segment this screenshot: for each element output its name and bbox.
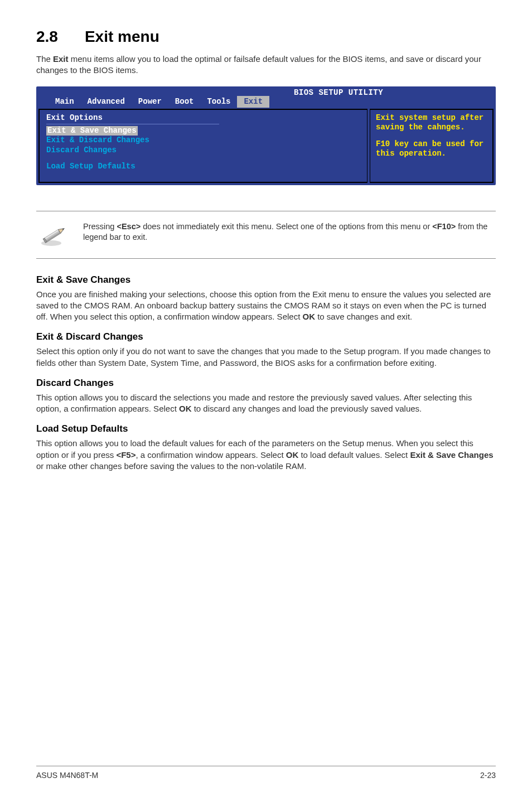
bios-divider [46, 124, 219, 124]
note-t3: does not immediately exit this menu. Sel… [141, 222, 432, 231]
bios-help-line2: F10 key can be used for this operation. [376, 139, 487, 159]
bios-item-exit-discard[interactable]: Exit & Discard Changes [46, 136, 360, 146]
sub-exit-discard-para: Select this option only if you do not wa… [36, 346, 496, 369]
sub-discard: Discard Changes This option allows you t… [36, 378, 496, 415]
sub-defaults: Load Setup Defaults This option allows y… [36, 423, 496, 472]
sub-defaults-p4: or make other changes before saving the … [36, 461, 306, 471]
intro-text-bold: Exit [53, 54, 69, 64]
tab-boot[interactable]: Boot [168, 96, 201, 108]
bios-panel: BIOS SETUP UTILITY Main Advanced Power B… [36, 86, 496, 185]
spacer [376, 133, 487, 139]
sub-save-heading: Exit & Save Changes [36, 274, 496, 286]
bios-item-defaults[interactable]: Load Setup Defaults [46, 162, 360, 172]
bios-curve [36, 196, 496, 211]
intro-text-a: The [36, 54, 53, 64]
sub-defaults-f5: <F5> [116, 450, 136, 460]
bios-tabbar: Main Advanced Power Boot Tools Exit [36, 96, 496, 108]
tab-tools[interactable]: Tools [200, 96, 237, 108]
sub-discard-para: This option allows you to discard the se… [36, 392, 496, 415]
sub-defaults-heading: Load Setup Defaults [36, 423, 496, 434]
sub-defaults-b3: Exit & Save Changes [410, 450, 493, 460]
bios-help-pane: Exit system setup after saving the cahng… [370, 109, 494, 183]
tab-main[interactable]: Main [49, 96, 81, 108]
sub-save-p2: to save changes and exit. [315, 312, 412, 321]
sub-save-ok: OK [302, 312, 315, 321]
section-number: 2.8 [36, 28, 58, 46]
tab-power[interactable]: Power [132, 96, 168, 108]
intro-paragraph: The Exit menu items allow you to load th… [36, 54, 496, 76]
sub-defaults-p2: , a confirmation window appears. Select [136, 450, 286, 460]
section-title-text: Exit menu [85, 28, 159, 45]
bios-body: Exit Options Exit & Save Changes Exit & … [36, 108, 496, 183]
footer-right: 2-23 [480, 771, 496, 780]
svg-rect-1 [44, 229, 61, 242]
sub-save: Exit & Save Changes Once you are finishe… [36, 274, 496, 323]
sub-exit-discard-heading: Exit & Discard Changes [36, 331, 496, 342]
sub-defaults-p3: to load default values. Select [298, 450, 410, 460]
sub-defaults-ok: OK [286, 450, 299, 460]
bios-item-save[interactable]: Exit & Save Changes [46, 126, 138, 136]
note-t1: Pressing [83, 222, 117, 231]
tab-exit[interactable]: Exit [237, 96, 269, 108]
sub-save-para: Once you are finished making your select… [36, 289, 496, 323]
bios-item-discard[interactable]: Discard Changes [46, 146, 360, 156]
note-f10: <F10> [432, 222, 456, 231]
pencil-icon [38, 221, 67, 248]
note-esc: <Esc> [117, 222, 141, 231]
note-row: Pressing <Esc> does not immediately exit… [36, 211, 496, 259]
sub-discard-ok: OK [179, 404, 192, 413]
note-text: Pressing <Esc> does not immediately exit… [83, 221, 494, 243]
sub-defaults-para: This option allows you to load the defau… [36, 438, 496, 472]
bios-help-line1: Exit system setup after saving the cahng… [376, 113, 487, 133]
sub-exit-discard: Exit & Discard Changes Select this optio… [36, 331, 496, 369]
page-title: 2.8Exit menu [36, 28, 496, 46]
intro-text-c: menu items allow you to load the optimal… [36, 54, 481, 75]
sub-discard-p2: to discard any changes and load the prev… [191, 404, 422, 413]
sub-save-p: Once you are finished making your select… [36, 289, 491, 322]
tab-advanced[interactable]: Advanced [81, 96, 132, 108]
sub-discard-heading: Discard Changes [36, 378, 496, 389]
bios-options-heading: Exit Options [46, 113, 360, 122]
page-footer: ASUS M4N68T-M 2-23 [36, 766, 496, 780]
footer-left: ASUS M4N68T-M [36, 771, 98, 780]
bios-left-pane: Exit Options Exit & Save Changes Exit & … [38, 109, 367, 183]
